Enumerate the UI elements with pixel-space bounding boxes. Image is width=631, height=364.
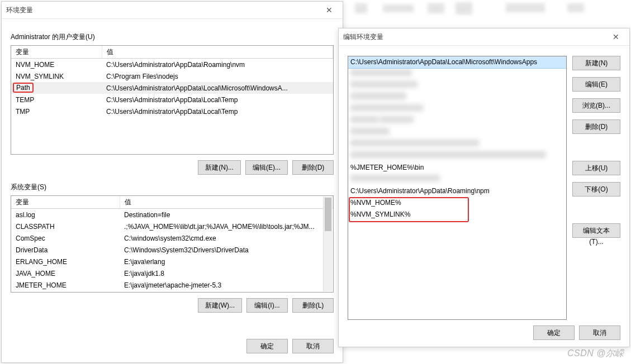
col-value-header[interactable]: 值 xyxy=(102,46,333,59)
list-item[interactable] xyxy=(348,127,566,138)
col-name-header[interactable]: 变量 xyxy=(11,196,120,209)
list-item[interactable] xyxy=(348,138,566,150)
env-vars-dialog: 环境变量 ✕ Administrator 的用户变量(U) 变量 值 NVM_H… xyxy=(1,1,343,363)
list-item[interactable]: C:\Users\Administrator\AppData\Local\Mic… xyxy=(348,56,567,69)
list-item[interactable] xyxy=(348,174,566,185)
dialog-title: 环境变量 xyxy=(6,6,320,15)
ok-button[interactable]: 确定 xyxy=(533,325,575,340)
list-item[interactable] xyxy=(348,92,566,103)
table-row[interactable]: ERLANG_HOMEE:\java\erlang xyxy=(11,256,333,267)
table-row[interactable]: PathC:\Users\Administrator\AppData\Local… xyxy=(11,82,333,94)
close-icon[interactable]: ✕ xyxy=(320,3,338,17)
table-row[interactable]: JAVA_HOMEE:\java\jdk1.8 xyxy=(11,267,333,279)
table-row[interactable]: asl.logDestination=file xyxy=(11,209,333,221)
titlebar: 编辑环境变量 ✕ xyxy=(339,28,629,46)
close-icon[interactable]: ✕ xyxy=(607,30,625,44)
browse-button[interactable]: 浏览(B)... xyxy=(572,98,620,113)
table-row[interactable]: NVM_SYMLINKC:\Program Files\nodejs xyxy=(11,70,333,82)
edit-button[interactable]: 编辑(E) xyxy=(572,77,620,92)
sys-vars-label: 系统变量(S) xyxy=(11,183,334,192)
cancel-button[interactable]: 取消 xyxy=(292,339,334,353)
delete-button[interactable]: 删除(D) xyxy=(572,119,620,134)
list-item[interactable] xyxy=(348,103,566,115)
scrollbar[interactable] xyxy=(323,197,333,291)
sys-new-button[interactable]: 新建(W)... xyxy=(198,298,242,313)
sys-vars-table[interactable]: 变量 值 asl.logDestination=file CLASSPATH.;… xyxy=(11,195,334,293)
nvm-highlight xyxy=(349,197,469,222)
list-item[interactable] xyxy=(348,68,566,80)
table-row[interactable]: TMPC:\Users\Administrator\AppData\Local\… xyxy=(11,106,333,117)
table-row[interactable]: DriverDataC:\Windows\System32\Drivers\Dr… xyxy=(11,244,333,256)
col-value-header[interactable]: 值 xyxy=(120,196,333,209)
list-item[interactable] xyxy=(348,150,566,162)
user-vars-label: Administrator 的用户变量(U) xyxy=(11,32,334,42)
background-blur xyxy=(338,0,629,22)
move-down-button[interactable]: 下移(O) xyxy=(572,182,620,197)
path-highlight: Path xyxy=(13,83,34,93)
titlebar: 环境变量 ✕ xyxy=(2,2,343,19)
list-item[interactable] xyxy=(348,115,566,127)
user-new-button[interactable]: 新建(N)... xyxy=(198,160,241,175)
user-delete-button[interactable]: 删除(D) xyxy=(292,160,334,175)
move-up-button[interactable]: 上移(U) xyxy=(572,161,620,175)
edit-path-dialog: 编辑环境变量 ✕ C:\Users\Administrator\AppData\… xyxy=(338,28,630,347)
dialog-title: 编辑环境变量 xyxy=(343,32,607,42)
edit-text-button[interactable]: 编辑文本(T)... xyxy=(572,223,620,238)
table-row[interactable]: CLASSPATH.;%JAVA_HOME%\lib\dt.jar;%JAVA_… xyxy=(11,221,333,232)
sys-delete-button[interactable]: 删除(L) xyxy=(292,298,334,313)
sys-edit-button[interactable]: 编辑(I)... xyxy=(246,298,288,313)
new-button[interactable]: 新建(N) xyxy=(572,56,620,70)
table-row[interactable]: ComSpecC:\windows\system32\cmd.exe xyxy=(11,232,333,244)
col-name-header[interactable]: 变量 xyxy=(11,46,102,59)
cancel-button[interactable]: 取消 xyxy=(579,325,620,340)
list-item[interactable]: C:\Users\Administrator\AppData\Roaming\n… xyxy=(348,185,566,197)
user-edit-button[interactable]: 编辑(E)... xyxy=(245,160,288,175)
path-list[interactable]: C:\Users\Administrator\AppData\Local\Mic… xyxy=(348,56,567,320)
ok-button[interactable]: 确定 xyxy=(246,339,288,353)
list-item[interactable]: %JMETER_HOME%\bin xyxy=(348,162,566,174)
table-row[interactable]: TEMPC:\Users\Administrator\AppData\Local… xyxy=(11,94,333,106)
scrollbar-thumb[interactable] xyxy=(325,198,331,231)
watermark: CSDN @尔嵘 xyxy=(567,348,624,360)
table-row[interactable]: JMETER_HOMEE:\java\jmeter\apache-jmeter-… xyxy=(11,279,333,291)
list-item[interactable] xyxy=(348,80,566,92)
table-row[interactable]: NVM_HOMEC:\Users\Administrator\AppData\R… xyxy=(11,59,333,71)
user-vars-table[interactable]: 变量 值 NVM_HOMEC:\Users\Administrator\AppD… xyxy=(11,45,334,155)
